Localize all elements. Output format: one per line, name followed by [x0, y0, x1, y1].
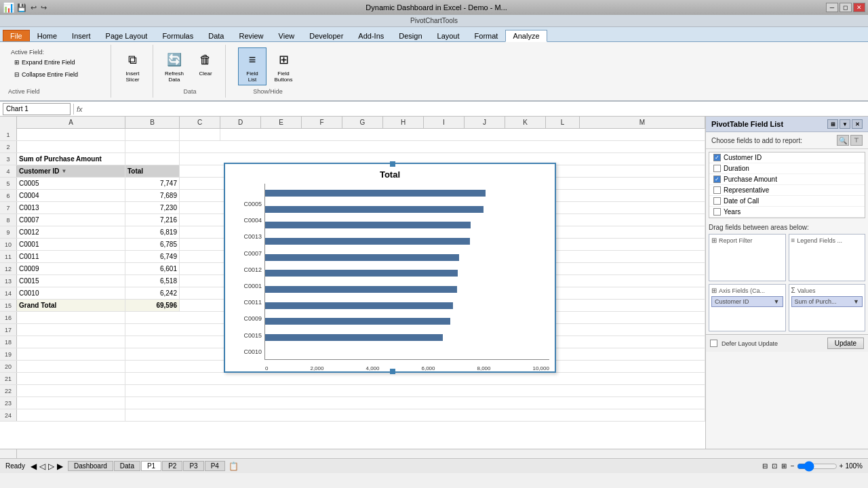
- tab-insert[interactable]: Insert: [64, 30, 98, 41]
- col-header-A[interactable]: A: [17, 117, 125, 128]
- zoom-out-button[interactable]: −: [791, 462, 795, 470]
- layout-normal-icon[interactable]: ⊟: [762, 462, 768, 470]
- pivot-values-item-dropdown-icon[interactable]: ▼: [853, 298, 859, 305]
- tab-review[interactable]: Review: [231, 30, 271, 41]
- tab-analyze[interactable]: Analyze: [505, 30, 547, 42]
- customer-id-cell[interactable]: C0010: [17, 287, 125, 299]
- amount-cell[interactable]: 6,518: [125, 275, 180, 287]
- cell[interactable]: [125, 129, 180, 140]
- pivot-area-report-filter[interactable]: ⊞ Report Filter: [709, 234, 786, 281]
- pivot-field-checkbox-date-of-call[interactable]: [713, 197, 721, 205]
- clear-button[interactable]: 🗑 Clear: [191, 47, 220, 79]
- tab-design[interactable]: Design: [391, 30, 429, 41]
- zoom-slider[interactable]: [797, 461, 837, 472]
- pivot-filter-button[interactable]: ⊤: [850, 135, 863, 146]
- field-buttons-button[interactable]: ⊞ FieldButtons: [269, 47, 298, 85]
- tab-view[interactable]: View: [271, 30, 302, 41]
- pivot-panel-close-button[interactable]: ✕: [852, 119, 863, 129]
- tab-p1[interactable]: P1: [141, 461, 161, 471]
- grand-total-label-cell[interactable]: Grand Total: [17, 300, 125, 311]
- undo-icon[interactable]: ↩: [31, 3, 37, 12]
- restore-button[interactable]: ◻: [840, 3, 852, 12]
- cell[interactable]: [125, 153, 180, 165]
- tab-add-ins[interactable]: Add-Ins: [351, 30, 391, 41]
- col-header-M[interactable]: M: [580, 117, 705, 128]
- refresh-button[interactable]: 🔄 RefreshData: [160, 47, 189, 85]
- customer-id-cell[interactable]: C0005: [17, 178, 125, 189]
- pivot-field-item-purchase-amount[interactable]: ✓ Purchase Amount: [709, 174, 865, 185]
- col-header-F[interactable]: F: [302, 117, 342, 128]
- prev-sheet-button-2[interactable]: ◁: [39, 462, 45, 471]
- pivot-field-checkbox-purchase-amount[interactable]: ✓: [713, 176, 721, 183]
- prev-sheet-button[interactable]: ◀: [31, 462, 37, 471]
- amount-cell[interactable]: 6,749: [125, 251, 180, 262]
- tab-page-layout[interactable]: Page Layout: [98, 30, 155, 41]
- collapse-entire-field-button[interactable]: ⊟ Collapse Entire Field: [11, 69, 81, 80]
- pivot-update-button[interactable]: Update: [827, 338, 864, 349]
- amount-cell[interactable]: 6,242: [125, 287, 180, 299]
- cell[interactable]: [180, 129, 220, 140]
- customer-id-cell[interactable]: C0015: [17, 275, 125, 287]
- formula-input[interactable]: [85, 103, 865, 115]
- pivot-search-button[interactable]: 🔍: [837, 135, 849, 146]
- add-sheet-button[interactable]: 📋: [229, 462, 239, 471]
- cell[interactable]: [17, 385, 125, 396]
- cell[interactable]: [125, 409, 705, 421]
- pivot-field-item-date-of-call[interactable]: Date of Call: [709, 196, 865, 207]
- tab-home[interactable]: Home: [30, 30, 64, 41]
- cell[interactable]: [125, 141, 180, 152]
- cell[interactable]: [17, 336, 125, 348]
- pivot-defer-checkbox[interactable]: [710, 340, 717, 347]
- insert-slicer-button[interactable]: ⧉ InsertSlicer: [119, 47, 147, 85]
- chart-resize-top[interactable]: [390, 161, 395, 167]
- close-button[interactable]: ✕: [853, 3, 865, 12]
- tab-p3[interactable]: P3: [183, 461, 203, 471]
- col-header-K[interactable]: K: [505, 117, 546, 128]
- amount-cell[interactable]: 7,216: [125, 214, 180, 226]
- tab-layout[interactable]: Layout: [430, 30, 467, 41]
- cell[interactable]: [125, 385, 705, 396]
- col-header-B[interactable]: B: [125, 117, 180, 128]
- tab-developer[interactable]: Developer: [302, 30, 351, 41]
- next-sheet-button-2[interactable]: ▶: [57, 462, 63, 471]
- cell[interactable]: [17, 397, 125, 409]
- pivot-field-checkbox-customer-id[interactable]: ✓: [713, 154, 721, 161]
- amount-cell[interactable]: 6,819: [125, 226, 180, 238]
- amount-cell[interactable]: 6,785: [125, 239, 180, 250]
- tab-data[interactable]: Data: [114, 461, 140, 471]
- cell[interactable]: [125, 373, 705, 384]
- pivot-area-axis-fields[interactable]: ⊞ Axis Fields (Ca... Customer ID ▼: [709, 284, 786, 331]
- pivot-values-item-sum-purchase[interactable]: Sum of Purch... ▼: [791, 296, 863, 307]
- tab-p4[interactable]: P4: [205, 461, 225, 471]
- cell[interactable]: [220, 129, 705, 140]
- pivot-panel-layout-button[interactable]: ⊞: [827, 119, 838, 129]
- pivot-area-legend-fields[interactable]: ≡ Legend Fields ...: [789, 234, 866, 281]
- cell[interactable]: [180, 141, 705, 152]
- col-header-H[interactable]: H: [383, 117, 424, 128]
- cell[interactable]: [17, 409, 125, 421]
- pivot-chart[interactable]: Total C0005 C0004 C0013 C0007 C0012 C000…: [224, 163, 556, 373]
- col-header-L[interactable]: L: [546, 117, 580, 128]
- next-sheet-button[interactable]: ▷: [48, 462, 54, 471]
- sum-purchase-amount-cell[interactable]: Sum of Purchase Amount: [17, 153, 125, 165]
- pivot-field-checkbox-duration[interactable]: [713, 165, 721, 172]
- grand-total-amount-cell[interactable]: 69,596: [125, 300, 180, 311]
- customer-id-cell[interactable]: C0007: [17, 214, 125, 226]
- horizontal-scrollbar[interactable]: [17, 449, 868, 458]
- cell[interactable]: [17, 348, 125, 360]
- pivot-field-item-duration[interactable]: Duration: [709, 163, 865, 174]
- amount-cell[interactable]: 6,601: [125, 263, 180, 274]
- amount-cell[interactable]: 7,689: [125, 190, 180, 201]
- zoom-in-button[interactable]: +: [840, 462, 844, 470]
- customer-id-cell[interactable]: C0013: [17, 202, 125, 214]
- customer-id-header-cell[interactable]: Customer ID ▼: [17, 165, 125, 177]
- pivot-field-checkbox-representative[interactable]: [713, 186, 721, 194]
- col-header-E[interactable]: E: [261, 117, 302, 128]
- cell[interactable]: [17, 129, 125, 140]
- cell[interactable]: [17, 373, 125, 384]
- pivot-field-item-customer-id[interactable]: ✓ Customer ID: [709, 152, 865, 163]
- pivot-axis-item-customer-id[interactable]: Customer ID ▼: [711, 296, 783, 307]
- amount-cell[interactable]: 7,230: [125, 202, 180, 214]
- pivot-field-item-years[interactable]: Years: [709, 207, 865, 218]
- cell[interactable]: [17, 141, 125, 152]
